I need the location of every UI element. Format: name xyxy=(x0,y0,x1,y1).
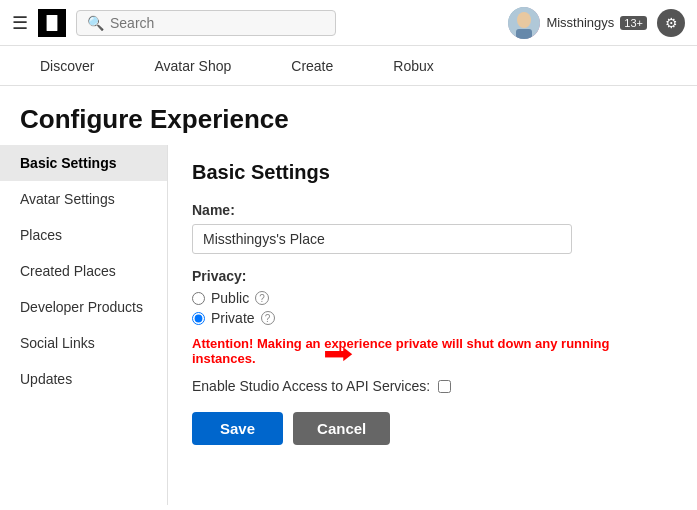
arrow-indicator: ➡ xyxy=(323,340,353,368)
radio-private[interactable]: Private ? xyxy=(192,310,673,326)
sidebar-item-basic-settings[interactable]: Basic Settings xyxy=(0,145,167,181)
sidebar: Basic Settings Avatar Settings Places Cr… xyxy=(0,145,168,505)
avatar xyxy=(508,7,540,39)
name-label: Name: xyxy=(192,202,673,218)
sidebar-item-updates[interactable]: Updates xyxy=(0,361,167,397)
public-help-icon[interactable]: ? xyxy=(255,291,269,305)
content-area: ➡ Basic Settings Name: Privacy: Public ?… xyxy=(168,145,697,505)
page-title-area: Configure Experience xyxy=(0,86,697,145)
settings-icon[interactable]: ⚙ xyxy=(657,9,685,37)
main-layout: Basic Settings Avatar Settings Places Cr… xyxy=(0,145,697,505)
roblox-logo[interactable] xyxy=(38,9,66,37)
hamburger-icon[interactable]: ☰ xyxy=(12,12,28,34)
name-input[interactable] xyxy=(192,224,572,254)
sidebar-item-social-links[interactable]: Social Links xyxy=(0,325,167,361)
sidebar-item-places[interactable]: Places xyxy=(0,217,167,253)
search-input[interactable] xyxy=(110,15,325,31)
privacy-group: Privacy: Public ? Private ? xyxy=(192,268,673,326)
search-icon: 🔍 xyxy=(87,15,104,31)
radio-public-label: Public xyxy=(211,290,249,306)
top-bar: ☰ 🔍 Missthingys 13+ ⚙ xyxy=(0,0,697,46)
page-title: Configure Experience xyxy=(20,104,677,135)
nav-robux[interactable]: Robux xyxy=(393,58,433,74)
svg-rect-0 xyxy=(47,14,58,30)
svg-point-2 xyxy=(517,12,531,28)
private-help-icon[interactable]: ? xyxy=(261,311,275,325)
sidebar-item-avatar-settings[interactable]: Avatar Settings xyxy=(0,181,167,217)
name-group: Name: xyxy=(192,202,673,254)
attention-text: Attention! Making an experience private … xyxy=(192,336,673,366)
age-badge: 13+ xyxy=(620,16,647,30)
api-access-row: Enable Studio Access to API Services: xyxy=(192,378,673,394)
privacy-label: Privacy: xyxy=(192,268,673,284)
user-info: Missthingys 13+ xyxy=(508,7,647,39)
nav-discover[interactable]: Discover xyxy=(40,58,94,74)
svg-rect-3 xyxy=(516,29,532,39)
section-title: Basic Settings xyxy=(192,161,673,184)
radio-private-label: Private xyxy=(211,310,255,326)
radio-group: Public ? Private ? xyxy=(192,290,673,326)
secondary-nav: Discover Avatar Shop Create Robux xyxy=(0,46,697,86)
radio-private-input[interactable] xyxy=(192,312,205,325)
radio-public-input[interactable] xyxy=(192,292,205,305)
search-bar[interactable]: 🔍 xyxy=(76,10,336,36)
api-access-checkbox[interactable] xyxy=(438,380,451,393)
save-button[interactable]: Save xyxy=(192,412,283,445)
username: Missthingys xyxy=(546,15,614,30)
api-access-label: Enable Studio Access to API Services: xyxy=(192,378,430,394)
nav-right: Missthingys 13+ ⚙ xyxy=(508,7,685,39)
nav-avatar-shop[interactable]: Avatar Shop xyxy=(154,58,231,74)
sidebar-item-created-places[interactable]: Created Places xyxy=(0,253,167,289)
nav-create[interactable]: Create xyxy=(291,58,333,74)
sidebar-item-developer-products[interactable]: Developer Products xyxy=(0,289,167,325)
cancel-button[interactable]: Cancel xyxy=(293,412,390,445)
radio-public[interactable]: Public ? xyxy=(192,290,673,306)
btn-row: Save Cancel xyxy=(192,412,673,445)
